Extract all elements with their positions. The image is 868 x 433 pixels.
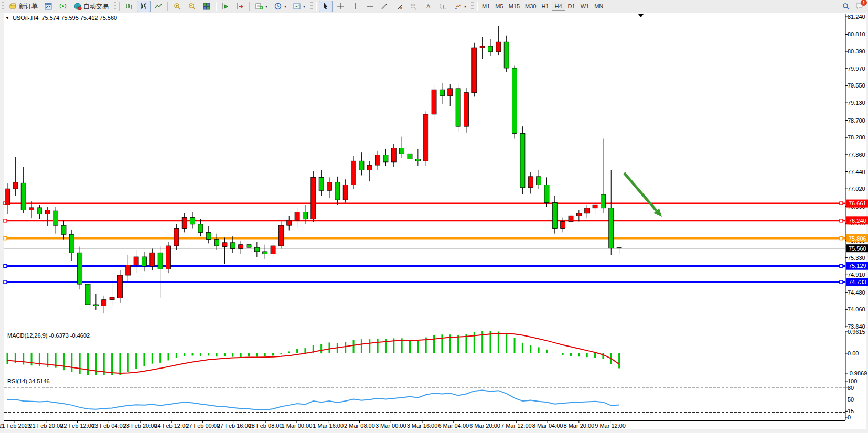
svg-text:79.130: 79.130: [848, 100, 865, 106]
templates-button[interactable]: ▾: [290, 1, 308, 12]
svg-text:0.9615: 0.9615: [848, 329, 865, 335]
symbol-dropdown-icon[interactable]: ▼: [5, 16, 9, 20]
svg-text:F: F: [415, 7, 417, 10]
chevron-down-icon: ▾: [303, 4, 305, 9]
svg-text:9 Mar 12:00: 9 Mar 12:00: [595, 423, 626, 429]
svg-text:21 Feb 2023: 21 Feb 2023: [0, 423, 31, 429]
bar-chart-icon: [125, 2, 133, 10]
macd-indicator-label: MACD(12,26,9) -0.6373 -0.4602: [7, 332, 90, 339]
autotrade-icon: [73, 2, 82, 10]
autotrade-button[interactable]: 自动交易: [71, 1, 111, 12]
chart-window-icon: [44, 2, 52, 10]
svg-text:81.240: 81.240: [848, 14, 865, 20]
new-order-button[interactable]: 新订单: [6, 1, 40, 12]
arrows-tool-button[interactable]: ▾: [451, 1, 469, 12]
tf-h1[interactable]: H1: [539, 2, 551, 10]
zoom-out-icon: [188, 2, 196, 10]
chart-title-symbol: USOil-,H4: [13, 15, 39, 21]
rsi-indicator-label: RSI(14) 34.5146: [7, 378, 50, 384]
arrows-icon: [454, 2, 462, 10]
svg-text:2 Mar 08:00: 2 Mar 08:00: [344, 423, 375, 429]
new-order-icon: [9, 2, 17, 10]
svg-text:77.020: 77.020: [848, 186, 865, 192]
tf-d1[interactable]: D1: [565, 2, 578, 10]
chart-window-button[interactable]: [41, 1, 55, 12]
vertical-line-icon: [351, 2, 359, 10]
toolbar-separator: [119, 2, 120, 11]
svg-text:3 Mar 16:00: 3 Mar 16:00: [407, 423, 438, 429]
svg-text:24 Feb 12:00: 24 Feb 12:00: [154, 423, 188, 429]
svg-text:23 Feb 20:00: 23 Feb 20:00: [123, 423, 157, 429]
svg-text:77.440: 77.440: [848, 169, 865, 175]
svg-text:78.700: 78.700: [848, 117, 865, 124]
zoom-in-button[interactable]: [170, 1, 184, 12]
chevron-down-icon: ▾: [464, 4, 466, 9]
trendline-tool-button[interactable]: [378, 1, 391, 12]
label-tool-button[interactable]: T: [436, 1, 450, 12]
tf-h4[interactable]: H4: [552, 2, 565, 11]
toolbar-separator: [477, 2, 478, 11]
toolbar-separator: [249, 2, 250, 11]
tf-mn[interactable]: MN: [592, 2, 606, 10]
horizontal-line-tool-button[interactable]: [363, 1, 377, 12]
svg-text:75.330: 75.330: [848, 255, 865, 261]
tf-w1[interactable]: W1: [578, 2, 592, 10]
svg-text:80.390: 80.390: [848, 48, 865, 55]
svg-text:-0.9869: -0.9869: [848, 370, 867, 376]
fibonacci-tool-button[interactable]: F: [407, 1, 421, 12]
tf-m30[interactable]: M30: [522, 2, 539, 10]
crosshair-icon: [336, 2, 345, 10]
svg-text:100: 100: [848, 378, 857, 384]
bar-chart-button[interactable]: [122, 1, 136, 12]
vertical-line-tool-button[interactable]: [348, 1, 362, 12]
search-icon[interactable]: [842, 2, 850, 10]
toolbar-separator: [216, 2, 217, 11]
tile-windows-icon: [202, 2, 211, 10]
svg-text:28 Feb 08:00: 28 Feb 08:00: [249, 423, 283, 429]
channel-tool-button[interactable]: E: [392, 1, 406, 12]
cursor-tool-button[interactable]: [319, 1, 333, 12]
svg-text:6 Mar 20:00: 6 Mar 20:00: [469, 423, 500, 429]
svg-text:76.240: 76.240: [849, 218, 866, 224]
auto-scroll-button[interactable]: [219, 1, 232, 12]
svg-text:8 Mar 04:00: 8 Mar 04:00: [532, 423, 563, 429]
svg-text:1 Mar 16:00: 1 Mar 16:00: [313, 423, 344, 429]
candlestick-chart-button[interactable]: [137, 1, 151, 12]
new-chart-button[interactable]: ▾: [252, 1, 270, 12]
chart-shift-button[interactable]: [233, 1, 247, 12]
chart-window: 81.24080.81080.39079.97079.55079.13078.7…: [0, 13, 868, 433]
periods-button[interactable]: ▾: [271, 1, 289, 12]
line-chart-icon: [154, 2, 163, 10]
crosshair-tool-button[interactable]: [334, 1, 347, 12]
svg-text:50: 50: [848, 396, 854, 403]
svg-text:23 Feb 04:00: 23 Feb 04:00: [92, 423, 126, 429]
chart-canvas[interactable]: 81.24080.81080.39079.97079.55079.13078.7…: [0, 13, 868, 433]
tf-m5[interactable]: M5: [492, 2, 506, 10]
zoom-out-button[interactable]: [185, 1, 199, 12]
signals-button[interactable]: [56, 1, 70, 12]
text-tool-button[interactable]: A: [422, 1, 435, 12]
svg-text:27 Feb 16:00: 27 Feb 16:00: [217, 423, 251, 429]
main-toolbar: 新订单 自动交易: [0, 0, 868, 13]
svg-text:77.860: 77.860: [848, 151, 865, 158]
chevron-down-icon: ▾: [284, 4, 286, 9]
svg-text:22 Feb 12:00: 22 Feb 12:00: [60, 423, 94, 429]
zoom-in-icon: [173, 2, 181, 10]
toolbar-grip: [310, 2, 313, 10]
line-chart-button[interactable]: [152, 1, 165, 12]
toolbar-separator: [167, 2, 168, 11]
tf-m15[interactable]: M15: [506, 2, 522, 10]
svg-text:80: 80: [848, 385, 854, 391]
svg-text:15: 15: [848, 408, 854, 414]
tf-m1[interactable]: M1: [479, 2, 492, 10]
tile-windows-button[interactable]: [200, 1, 213, 12]
svg-text:78.280: 78.280: [848, 134, 865, 140]
notifications-button[interactable]: 1: [855, 2, 864, 12]
svg-text:79.970: 79.970: [848, 66, 865, 72]
trendline-icon: [380, 2, 389, 10]
svg-text:7 Mar 12:00: 7 Mar 12:00: [501, 423, 532, 429]
chevron-down-icon: ▾: [265, 4, 267, 9]
chart-title-ohlc: 75.574 75.595 75.412 75.560: [41, 15, 117, 21]
svg-text:75.806: 75.806: [849, 235, 866, 242]
svg-text:21 Feb 20:00: 21 Feb 20:00: [29, 423, 63, 429]
